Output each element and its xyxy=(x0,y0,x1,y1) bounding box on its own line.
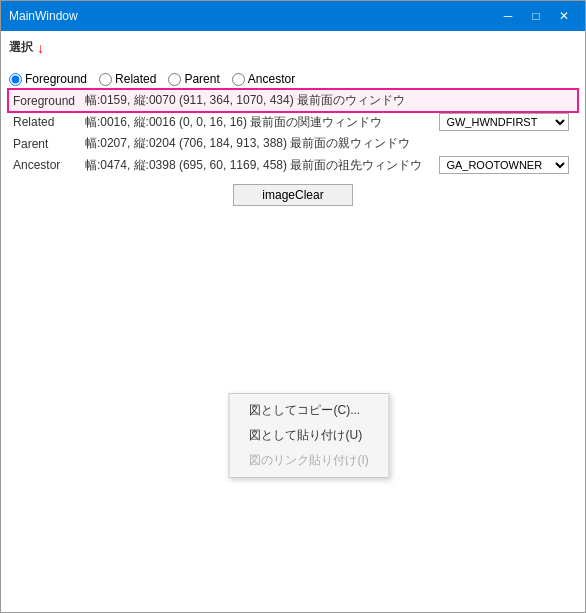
close-button[interactable]: ✕ xyxy=(551,5,577,27)
dropdown-parent xyxy=(435,133,577,154)
table-row-related: Related 幅:0016, 縦:0016 (0, 0, 16, 16) 最前… xyxy=(9,111,577,133)
context-menu: 図としてコピー(C)... 図として貼り付け(U) 図のリンク貼り付け(I) xyxy=(228,393,389,478)
radio-foreground[interactable]: Foreground xyxy=(9,72,87,86)
radio-ancestor[interactable]: Ancestor xyxy=(232,72,295,86)
data-foreground: 幅:0159, 縦:0070 (911, 364, 1070, 434) 最前面… xyxy=(81,90,436,111)
paste-as-image-item[interactable]: 図として貼り付け(U) xyxy=(229,423,388,448)
table-row-ancestor: Ancestor 幅:0474, 縦:0398 (695, 60, 1169, … xyxy=(9,154,577,176)
titlebar-controls: ─ □ ✕ xyxy=(495,5,577,27)
window-body: 選択 ↓ Foreground Related Parent xyxy=(1,31,585,612)
data-parent: 幅:0207, 縦:0204 (706, 184, 913, 388) 最前面の… xyxy=(81,133,436,154)
radio-related-label: Related xyxy=(115,72,156,86)
label-related: Related xyxy=(9,111,81,133)
data-related: 幅:0016, 縦:0016 (0, 0, 16, 16) 最前面の関連ウィンド… xyxy=(81,111,436,133)
content-area: 図としてコピー(C)... 図として貼り付け(U) 図のリンク貼り付け(I) xyxy=(9,210,577,604)
label-ancestor: Ancestor xyxy=(9,154,81,176)
data-ancestor: 幅:0474, 縦:0398 (695, 60, 1169, 458) 最前面の… xyxy=(81,154,436,176)
titlebar: MainWindow ─ □ ✕ xyxy=(1,1,585,31)
label-row: 選択 ↓ xyxy=(9,39,577,56)
related-select[interactable]: GW_HWNDFIRST GW_HWNDLAST GW_HWNDNEXT GW_… xyxy=(439,113,569,131)
dropdown-related[interactable]: GW_HWNDFIRST GW_HWNDLAST GW_HWNDNEXT GW_… xyxy=(435,111,577,133)
copy-as-image-item[interactable]: 図としてコピー(C)... xyxy=(229,398,388,423)
radio-parent-label: Parent xyxy=(184,72,219,86)
radio-parent[interactable]: Parent xyxy=(168,72,219,86)
label-foreground: Foreground xyxy=(9,90,81,111)
radio-foreground-label: Foreground xyxy=(25,72,87,86)
window-title: MainWindow xyxy=(9,9,78,23)
main-window: MainWindow ─ □ ✕ 選択 ↓ Foreground Related xyxy=(0,0,586,613)
selection-label: 選択 xyxy=(9,39,33,56)
data-table: Foreground 幅:0159, 縦:0070 (911, 364, 107… xyxy=(9,90,577,176)
arrow-indicator: ↓ xyxy=(37,41,44,55)
maximize-button[interactable]: □ xyxy=(523,5,549,27)
table-row-foreground: Foreground 幅:0159, 縦:0070 (911, 364, 107… xyxy=(9,90,577,111)
image-clear-button[interactable]: imageClear xyxy=(233,184,353,206)
dropdown-foreground xyxy=(435,90,577,111)
radio-related[interactable]: Related xyxy=(99,72,156,86)
ancestor-select[interactable]: GA_ROOTOWNER GA_ROOT GA_PARENT xyxy=(439,156,569,174)
radio-section: 選択 ↓ Foreground Related Parent xyxy=(9,39,577,86)
dropdown-ancestor[interactable]: GA_ROOTOWNER GA_ROOT GA_PARENT xyxy=(435,154,577,176)
radio-group: Foreground Related Parent Ancestor xyxy=(9,58,577,86)
minimize-button[interactable]: ─ xyxy=(495,5,521,27)
label-parent: Parent xyxy=(9,133,81,154)
radio-ancestor-label: Ancestor xyxy=(248,72,295,86)
table-row-parent: Parent 幅:0207, 縦:0204 (706, 184, 913, 38… xyxy=(9,133,577,154)
paste-link-item[interactable]: 図のリンク貼り付け(I) xyxy=(229,448,388,473)
